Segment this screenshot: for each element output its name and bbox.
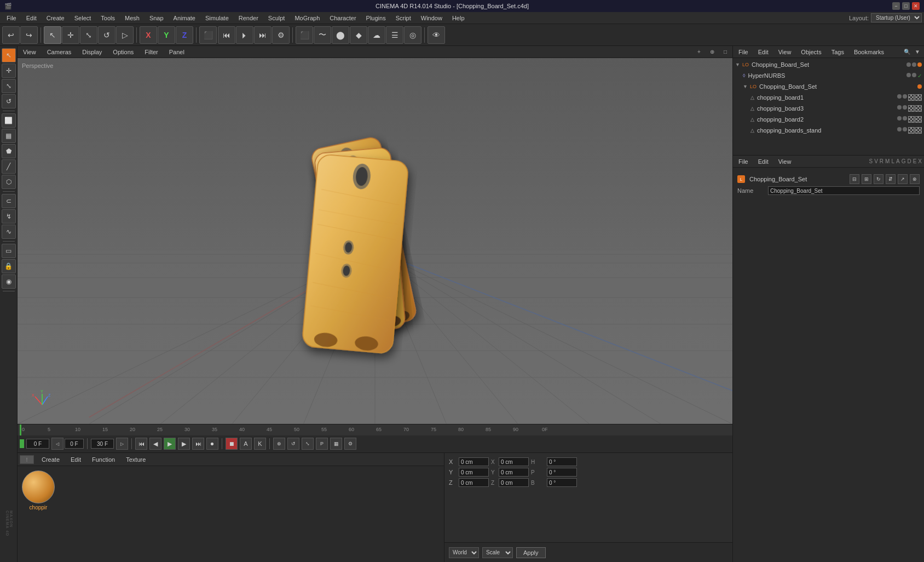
close-button[interactable]: ✕ <box>912 2 920 10</box>
menu-window[interactable]: Window <box>417 14 447 22</box>
lt-rotate[interactable]: ↺ <box>2 94 16 108</box>
frame-sub[interactable] <box>65 439 84 449</box>
tc-auto[interactable]: A <box>240 438 252 450</box>
tc-p-btn[interactable]: P <box>316 438 328 450</box>
tc-grid[interactable]: ▦ <box>330 438 342 450</box>
attr-edit[interactable]: Edit <box>755 158 772 165</box>
obj-spline[interactable]: 〜 <box>314 26 331 44</box>
vp-square-icon[interactable]: □ <box>720 47 730 57</box>
vp-panel[interactable]: Panel <box>166 48 188 56</box>
obj-filter-icon[interactable]: ▼ <box>913 48 922 56</box>
obj-objects[interactable]: Objects <box>798 48 824 56</box>
coord-sz-input[interactable] <box>499 478 529 487</box>
menu-edit[interactable]: Edit <box>22 14 41 22</box>
tc-next-frame[interactable]: ▶ <box>178 438 190 450</box>
lt-model[interactable]: ⬜ <box>2 113 16 128</box>
menu-plugins[interactable]: Plugins <box>362 14 390 22</box>
coord-y-input[interactable] <box>459 468 489 477</box>
lt-select[interactable]: ↖ <box>2 48 16 62</box>
material-ball[interactable] <box>22 471 55 503</box>
attr-icon-6[interactable]: ⊗ <box>910 174 920 184</box>
vp-view[interactable]: View <box>20 48 39 56</box>
timeline-ruler[interactable]: 0 5 10 15 20 25 30 35 40 45 50 55 60 65 … <box>18 425 732 435</box>
tc-skip-start[interactable]: ⏮ <box>135 438 147 450</box>
obj-edit[interactable]: Edit <box>755 48 772 56</box>
redo-button[interactable]: ↪ <box>20 26 38 44</box>
menu-select[interactable]: Select <box>70 14 96 22</box>
vp-cameras[interactable]: Cameras <box>44 48 75 56</box>
attr-g-label[interactable]: G <box>902 158 906 164</box>
menu-script[interactable]: Script <box>391 14 415 22</box>
coord-x-input[interactable] <box>459 457 489 466</box>
attr-icon-1[interactable]: ⊟ <box>850 174 859 184</box>
vp-display[interactable]: Display <box>79 48 105 56</box>
transform-tool[interactable]: ▷ <box>116 26 134 44</box>
obj-board2[interactable]: △ chopping_board2 <box>733 114 924 125</box>
render-region[interactable]: ⬛ <box>199 26 217 44</box>
menu-create[interactable]: Create <box>42 14 69 22</box>
render-next[interactable]: ⏭ <box>254 26 272 44</box>
lt-softsel[interactable]: ◉ <box>2 274 16 289</box>
obj-board3[interactable]: △ chopping_board3 <box>733 103 924 114</box>
obj-stand[interactable]: △ chopping_boards_stand <box>733 125 924 136</box>
frame-current[interactable] <box>26 439 49 449</box>
move-tool[interactable]: ✛ <box>62 26 79 44</box>
tc-skip-end[interactable]: ⏭ <box>192 438 204 450</box>
render-prev[interactable]: ⏮ <box>218 26 235 44</box>
axis-x[interactable]: X <box>140 26 157 44</box>
attr-s-label[interactable]: S <box>869 158 873 164</box>
attr-icon-4[interactable]: ⇵ <box>886 174 896 184</box>
attr-d-label[interactable]: D <box>907 158 911 164</box>
lt-texture[interactable]: ▦ <box>2 129 16 143</box>
attr-v-label[interactable]: V <box>874 158 878 164</box>
viewport[interactable]: View Cameras Display Options Filter Pane… <box>18 46 732 424</box>
attr-view[interactable]: View <box>775 158 795 165</box>
render-play[interactable]: ⏵ <box>236 26 253 44</box>
lt-scale[interactable]: ⤡ <box>2 79 16 93</box>
attr-e-label[interactable]: E <box>913 158 917 164</box>
lt-lock[interactable]: 🔒 <box>2 259 16 273</box>
obj-chopping-board-set-root[interactable]: ▼ LO Chopping_Board_Set <box>733 59 924 70</box>
tc-keyframe[interactable]: K <box>254 438 266 450</box>
coord-b-input[interactable] <box>547 478 577 487</box>
vp-options[interactable]: Options <box>109 48 137 56</box>
obj-light[interactable]: ◎ <box>404 26 421 44</box>
obj-env[interactable]: ☁ <box>368 26 385 44</box>
obj-deform[interactable]: ◆ <box>350 26 367 44</box>
render-settings[interactable]: ⚙ <box>272 26 290 44</box>
obj-camera[interactable]: ☰ <box>386 26 403 44</box>
tc-stop-record[interactable]: ⏹ <box>226 438 238 450</box>
axis-y[interactable]: Y <box>158 26 175 44</box>
render-active[interactable]: 👁 <box>428 26 445 44</box>
attr-icon-5[interactable]: ↗ <box>898 174 908 184</box>
coord-z-input[interactable] <box>459 478 489 487</box>
arrow-chopping-set-child[interactable]: ▼ <box>743 84 748 89</box>
menu-help[interactable]: Help <box>448 14 469 22</box>
menu-snap[interactable]: Snap <box>145 14 168 22</box>
obj-hypernurbs[interactable]: ◊ HyperNURBS ✓ <box>733 70 924 81</box>
obj-bookmarks[interactable]: Bookmarks <box>851 48 887 56</box>
menu-mesh[interactable]: Mesh <box>120 14 144 22</box>
tc-play[interactable]: ▶ <box>164 438 176 450</box>
attr-file[interactable]: File <box>735 158 752 165</box>
fps-display[interactable] <box>91 439 114 449</box>
vp-circle-icon[interactable]: ⊕ <box>707 47 717 57</box>
tc-prev-frame[interactable]: ◀ <box>149 438 161 450</box>
lt-point[interactable]: ⬟ <box>2 144 16 158</box>
menu-sculpt[interactable]: Sculpt <box>264 14 290 22</box>
attr-icon-2[interactable]: ⊞ <box>862 174 871 184</box>
tc-rot[interactable]: ↺ <box>287 438 299 450</box>
rotate-tool[interactable]: ↺ <box>98 26 116 44</box>
obj-cube[interactable]: ⬛ <box>296 26 313 44</box>
tc-record[interactable]: ⏺ <box>206 438 218 450</box>
mat-edit[interactable]: Edit <box>67 456 84 463</box>
obj-view[interactable]: View <box>775 48 795 56</box>
lt-floor[interactable]: ▭ <box>2 244 16 258</box>
transform-mode-select[interactable]: Scale Move Rotate <box>482 547 513 558</box>
tc-settings[interactable]: ⚙ <box>344 438 356 450</box>
menu-render[interactable]: Render <box>234 14 263 22</box>
menu-tools[interactable]: Tools <box>96 14 119 22</box>
lt-edge[interactable]: ╱ <box>2 159 16 174</box>
obj-chopping-board-set-child[interactable]: ▼ LO Chopping_Board_Set <box>733 81 924 92</box>
maximize-button[interactable]: □ <box>902 2 910 10</box>
